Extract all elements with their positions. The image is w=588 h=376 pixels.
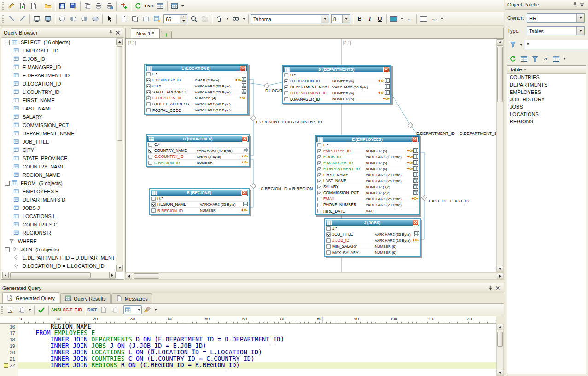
table-header[interactable]: C (COUNTRIES) xyxy=(147,136,249,142)
clear-query-button[interactable] xyxy=(142,305,153,315)
view-shaded-icon[interactable] xyxy=(42,14,53,24)
scroll-thumb[interactable] xyxy=(117,46,122,141)
column-row[interactable]: J.* xyxy=(326,226,419,231)
table-close-button[interactable] xyxy=(240,66,246,71)
column-row[interactable]: CITYVARCHAR2 (30 Byte) xyxy=(146,83,247,89)
scroll-down-button[interactable] xyxy=(497,370,503,376)
column-row[interactable]: REGION_NAMEVARCHAR2 (25 Byte) xyxy=(151,202,248,208)
scroll-up-button[interactable] xyxy=(497,39,503,46)
snapshot-icon[interactable] xyxy=(199,14,210,24)
tree-section-select[interactable]: SELECT(16 objects) xyxy=(2,38,116,46)
tree-item[interactable]: E.JOB_ID xyxy=(2,55,116,63)
column-row[interactable]: LAST_NAMEVARCHAR2 (25 Byte) xyxy=(316,178,419,184)
editor-gutter[interactable]: 16171819202122 xyxy=(0,324,18,376)
scroll-right-button[interactable] xyxy=(497,273,503,279)
line-number[interactable]: 21 xyxy=(10,356,15,362)
column-checkbox[interactable] xyxy=(148,155,152,159)
bold-button[interactable]: B xyxy=(355,14,365,24)
copy-sql-button[interactable] xyxy=(16,305,27,315)
view-light-icon[interactable] xyxy=(31,14,42,24)
column-checkbox[interactable] xyxy=(284,79,288,83)
fill-color-more-button[interactable]: .... xyxy=(429,14,439,24)
column-row[interactable]: C.REGION_IDNUMBER xyxy=(147,160,249,166)
line-number[interactable]: 18 xyxy=(10,336,15,343)
close-icon[interactable] xyxy=(494,284,501,292)
column-checkbox[interactable] xyxy=(151,197,156,201)
object-list-item-job_history[interactable]: JOB_HISTORY xyxy=(507,96,586,103)
pin-icon[interactable] xyxy=(107,29,114,36)
add-objects-icon[interactable] xyxy=(118,1,129,12)
object-list-item-departments[interactable]: DEPARTMENTS xyxy=(507,81,586,88)
column-checkbox[interactable] xyxy=(284,91,288,95)
table-header[interactable]: J (JOBS) xyxy=(326,220,419,226)
scroll-thumb[interactable] xyxy=(10,272,91,278)
copy-sql-dropdown[interactable] xyxy=(27,305,33,315)
fill-color-swatch[interactable] xyxy=(418,14,429,24)
column-row[interactable]: STATE_PROVINCEVARCHAR2 (25 Byte) xyxy=(146,89,247,95)
column-checkbox[interactable] xyxy=(317,191,321,195)
diagram-table-departments[interactable]: D (DEPARTMENTS)D.*D.LOCATION_IDNUMBER (4… xyxy=(282,65,391,104)
table-header[interactable]: L (LOCATIONS) xyxy=(146,65,247,71)
column-row[interactable]: L.LOCATION_IDNUMBER (4) xyxy=(146,95,247,101)
tab-query-results[interactable]: Query Results xyxy=(60,293,111,303)
diagram-table-employees[interactable]: E (EMPLOYEES)E.*EMPLOYEE_IDNUMBER (6)E.J… xyxy=(315,135,420,215)
column-checkbox[interactable] xyxy=(151,202,156,207)
column-row[interactable]: E.JOB_IDVARCHAR2 (10 Byte) xyxy=(316,154,419,160)
table-header[interactable]: R (REGIONS) xyxy=(151,190,248,196)
column-checkbox[interactable] xyxy=(317,161,321,165)
column-checkbox[interactable] xyxy=(317,209,321,213)
expander-icon[interactable] xyxy=(5,40,10,45)
save-icon[interactable] xyxy=(57,1,68,12)
scroll-down-button[interactable] xyxy=(497,266,503,272)
save-as-icon[interactable] xyxy=(68,1,79,12)
column-checkbox[interactable] xyxy=(326,226,331,231)
join-diamond[interactable] xyxy=(421,195,426,200)
auto-join-icon[interactable] xyxy=(230,14,241,24)
column-row[interactable]: HIRE_DATEDATE xyxy=(316,208,419,214)
line-number[interactable]: 22 xyxy=(10,362,15,369)
canvas-horizontal-scrollbar[interactable] xyxy=(125,272,504,280)
column-row[interactable]: D.LOCATION_IDNUMBER (4) xyxy=(283,78,390,84)
new-diagram-icon[interactable] xyxy=(169,1,180,12)
font-size-combo[interactable]: 8 xyxy=(331,14,350,23)
column-row[interactable]: D.* xyxy=(283,72,390,78)
column-row[interactable]: FIRST_NAMEVARCHAR2 (20 Byte) xyxy=(316,172,419,178)
object-list-item-countries[interactable]: COUNTRIES xyxy=(507,74,586,81)
editor-vertical-scrollbar[interactable] xyxy=(496,324,504,376)
scroll-thumb[interactable] xyxy=(497,332,503,347)
column-row[interactable]: E.DEPARTMENT_IDNUMBER (4) xyxy=(316,166,419,172)
toolbar-grip[interactable] xyxy=(2,2,4,10)
type-dropdown[interactable] xyxy=(576,27,584,35)
object-list-header[interactable]: Table xyxy=(507,66,586,74)
tree-item[interactable]: L.COUNTRY_ID xyxy=(2,88,116,96)
execute-query-icon[interactable] xyxy=(17,1,28,12)
join-line[interactable] xyxy=(250,159,253,207)
bring-to-front-icon[interactable] xyxy=(214,14,225,24)
tree-vertical-scrollbar[interactable] xyxy=(116,38,123,272)
toolbar-grip[interactable] xyxy=(2,15,4,23)
tree-item[interactable]: LAST_NAME xyxy=(2,104,116,113)
object-list-item-locations[interactable]: LOCATIONS xyxy=(507,110,586,118)
close-icon[interactable] xyxy=(578,1,586,8)
refresh-list-icon[interactable] xyxy=(507,53,518,64)
object-list-item-jobs[interactable]: JOBS xyxy=(507,103,586,110)
join-label[interactable]: L.COUNTRY_ID = C.COUNTRY_ID xyxy=(256,120,322,124)
view-mode-dropdown[interactable] xyxy=(562,53,567,64)
column-row[interactable]: C.* xyxy=(147,142,249,148)
column-row[interactable]: EMPLOYEE_IDNUMBER (6) xyxy=(316,148,419,154)
column-checkbox[interactable] xyxy=(148,149,152,153)
layout-tool-alt-icon[interactable] xyxy=(17,14,28,24)
owner-dropdown[interactable] xyxy=(576,14,584,22)
column-row[interactable]: C.COUNTRY_IDCHAR (2 Byte) xyxy=(147,154,249,160)
font-size-dropdown[interactable] xyxy=(342,15,350,23)
scroll-left-button[interactable] xyxy=(2,272,9,278)
join-diamond[interactable] xyxy=(250,183,256,188)
column-checkbox[interactable] xyxy=(151,208,156,213)
column-checkbox[interactable] xyxy=(317,179,321,183)
bring-to-front-dropdown[interactable] xyxy=(225,14,230,24)
tree-item[interactable]: D.LOCATION_ID = L.LOCATION_ID xyxy=(2,262,116,270)
column-row[interactable]: MIN_SALARYNUMBER (6) xyxy=(326,243,419,249)
distinct-toggle[interactable]: DIST xyxy=(87,305,98,315)
column-row[interactable]: D.DEPARTMENT_IDNUMBER (4) xyxy=(283,90,390,96)
new-query-icon[interactable] xyxy=(28,1,39,12)
